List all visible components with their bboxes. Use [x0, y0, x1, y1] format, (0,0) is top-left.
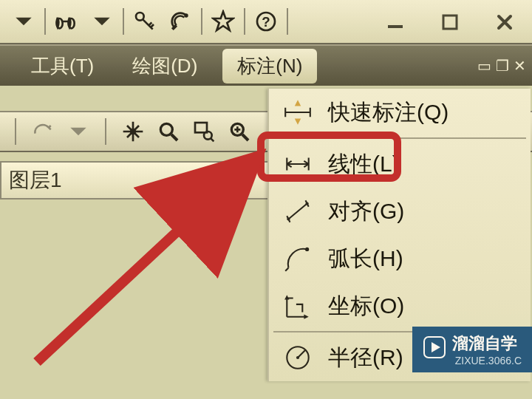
radius-icon [279, 343, 316, 372]
svg-point-1 [69, 18, 75, 28]
menu-item-label: 坐标(O) [328, 291, 404, 321]
toolbar-separator [287, 8, 288, 35]
pan-icon[interactable] [118, 117, 148, 146]
sub-minimize-icon[interactable]: ▭ [477, 57, 491, 75]
redo-icon[interactable] [28, 117, 58, 146]
watermark: 溜溜自学 ZIXUE.3066.C [412, 327, 532, 372]
minimize-button[interactable] [377, 11, 414, 33]
menu-item-linear[interactable]: 线性(L) [269, 140, 531, 188]
toolbar-separator [123, 8, 124, 35]
toolbar-separator [44, 8, 46, 35]
menu-item-quick-dim[interactable]: 快速标注(Q) [269, 89, 531, 136]
linear-dim-icon [279, 149, 316, 179]
svg-point-8 [130, 129, 136, 134]
zoom-extents-icon[interactable] [225, 117, 254, 146]
ordinate-icon [279, 291, 316, 321]
svg-text:?: ? [262, 14, 270, 30]
svg-point-15 [305, 248, 309, 251]
sub-close-icon[interactable]: ✕ [514, 57, 526, 75]
star-icon[interactable] [208, 7, 238, 36]
sub-restore-icon[interactable]: ❐ [496, 57, 509, 75]
satellite-icon[interactable] [166, 7, 195, 36]
svg-point-9 [160, 123, 172, 135]
svg-rect-6 [388, 25, 403, 28]
zoom-window-icon[interactable] [189, 117, 219, 146]
layer-selector[interactable]: 图层1 [0, 161, 273, 200]
menu-tools[interactable]: 工具(T) [18, 50, 107, 82]
help-icon[interactable]: ? [251, 7, 281, 36]
svg-point-2 [136, 13, 144, 21]
menu-item-label: 半径(R) [328, 343, 403, 373]
maximize-button[interactable] [432, 11, 468, 33]
toolbar-separator [15, 118, 16, 145]
menu-annotate[interactable]: 标注(N) [222, 49, 317, 83]
svg-point-13 [287, 217, 290, 220]
dropdown-arrow-icon[interactable] [9, 7, 38, 36]
menu-bar: 工具(T) 绘图(D) 标注(N) ▭ ❐ ✕ [0, 44, 532, 86]
svg-point-3 [184, 13, 188, 17]
menu-item-label: 弧长(H) [328, 244, 403, 274]
toolbar-separator [201, 8, 202, 35]
svg-point-14 [306, 202, 309, 205]
menu-item-arc-length[interactable]: 弧长(H) [269, 235, 531, 282]
menu-item-label: 线性(L) [328, 149, 400, 180]
toolbar-separator [105, 118, 106, 145]
window-controls [377, 0, 523, 44]
layer-label: 图层1 [9, 166, 62, 194]
svg-rect-7 [443, 16, 457, 29]
menu-separator [273, 137, 526, 139]
menu-item-ordinate[interactable]: 坐标(O) [269, 282, 531, 330]
menu-item-label: 快速标注(Q) [328, 98, 449, 128]
menu-draw[interactable]: 绘图(D) [119, 50, 211, 82]
close-button[interactable] [486, 11, 523, 33]
zoom-icon[interactable] [154, 117, 183, 146]
arc-length-icon [279, 244, 316, 273]
binoculars-icon[interactable] [52, 7, 81, 36]
menu-item-aligned[interactable]: 对齐(G) [269, 188, 531, 235]
dropdown-arrow-icon[interactable] [64, 117, 93, 146]
toolbar-separator [244, 8, 245, 35]
svg-point-0 [57, 18, 63, 28]
key-icon[interactable] [130, 7, 160, 36]
menu-item-label: 对齐(G) [328, 197, 404, 227]
watermark-brand: 溜溜自学 [452, 332, 522, 355]
play-icon [423, 335, 446, 364]
quick-dim-icon [279, 98, 316, 127]
svg-rect-10 [195, 123, 207, 132]
watermark-url: ZIXUE.3066.C [455, 355, 522, 366]
dropdown-arrow-icon[interactable] [87, 7, 117, 36]
aligned-dim-icon [279, 197, 316, 226]
svg-point-17 [296, 356, 299, 359]
